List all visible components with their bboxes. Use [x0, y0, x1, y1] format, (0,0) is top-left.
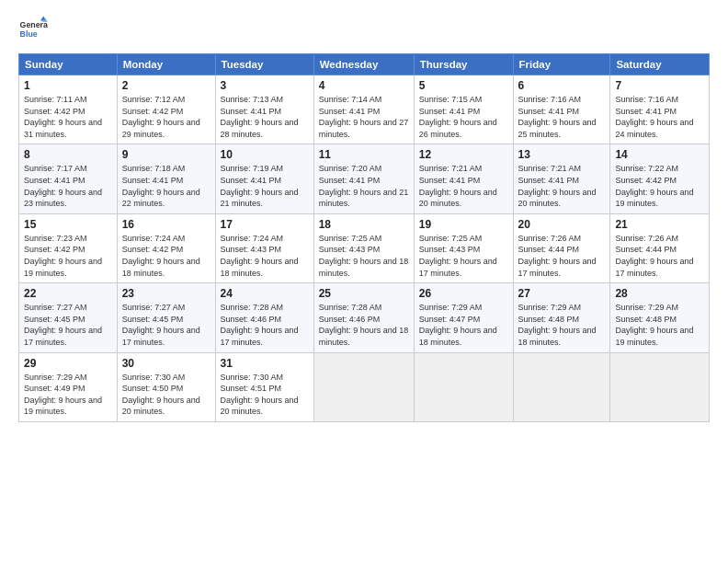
day-number: 20	[518, 218, 606, 231]
logo: General Blue	[18, 15, 48, 44]
day-number: 10	[221, 148, 309, 161]
calendar-cell: 27Sunrise: 7:29 AMSunset: 4:48 PMDayligh…	[513, 283, 610, 352]
day-number: 31	[221, 357, 309, 370]
day-number: 13	[518, 148, 606, 161]
header: General Blue	[18, 15, 710, 44]
day-number: 4	[319, 79, 409, 92]
day-number: 24	[221, 287, 309, 300]
day-info: Sunrise: 7:25 AMSunset: 4:43 PMDaylight:…	[419, 234, 497, 278]
calendar-cell: 21Sunrise: 7:26 AMSunset: 4:44 PMDayligh…	[610, 213, 710, 282]
calendar-cell: 29Sunrise: 7:29 AMSunset: 4:49 PMDayligh…	[19, 352, 118, 421]
calendar-cell: 1Sunrise: 7:11 AMSunset: 4:42 PMDaylight…	[19, 75, 118, 144]
day-info: Sunrise: 7:16 AMSunset: 4:41 PMDaylight:…	[518, 95, 597, 139]
day-number: 3	[221, 79, 309, 92]
day-info: Sunrise: 7:12 AMSunset: 4:42 PMDaylight:…	[122, 95, 200, 139]
day-number: 7	[615, 79, 704, 92]
day-info: Sunrise: 7:22 AMSunset: 4:42 PMDaylight:…	[615, 164, 693, 208]
calendar-week-1: 1Sunrise: 7:11 AMSunset: 4:42 PMDaylight…	[19, 75, 710, 144]
day-header-sunday: Sunday	[19, 54, 118, 75]
calendar-cell: 2Sunrise: 7:12 AMSunset: 4:42 PMDaylight…	[117, 75, 215, 144]
calendar-cell: 30Sunrise: 7:30 AMSunset: 4:50 PMDayligh…	[117, 352, 215, 421]
day-number: 2	[122, 79, 210, 92]
day-number: 17	[221, 218, 309, 231]
day-info: Sunrise: 7:14 AMSunset: 4:41 PMDaylight:…	[319, 95, 409, 139]
day-info: Sunrise: 7:27 AMSunset: 4:45 PMDaylight:…	[24, 303, 102, 347]
calendar-cell: 7Sunrise: 7:16 AMSunset: 4:41 PMDaylight…	[610, 75, 710, 144]
calendar-cell: 17Sunrise: 7:24 AMSunset: 4:43 PMDayligh…	[215, 213, 313, 282]
day-number: 29	[24, 357, 112, 370]
day-info: Sunrise: 7:18 AMSunset: 4:41 PMDaylight:…	[122, 164, 200, 208]
day-number: 6	[518, 79, 606, 92]
day-info: Sunrise: 7:23 AMSunset: 4:42 PMDaylight:…	[24, 234, 102, 278]
day-info: Sunrise: 7:11 AMSunset: 4:42 PMDaylight:…	[24, 95, 102, 139]
day-info: Sunrise: 7:29 AMSunset: 4:47 PMDaylight:…	[419, 303, 497, 347]
calendar-cell: 25Sunrise: 7:28 AMSunset: 4:46 PMDayligh…	[313, 283, 414, 352]
calendar-cell: 8Sunrise: 7:17 AMSunset: 4:41 PMDaylight…	[19, 144, 118, 213]
calendar: SundayMondayTuesdayWednesdayThursdayFrid…	[18, 53, 710, 422]
calendar-cell: 24Sunrise: 7:28 AMSunset: 4:46 PMDayligh…	[215, 283, 313, 352]
day-header-saturday: Saturday	[610, 54, 710, 75]
day-info: Sunrise: 7:24 AMSunset: 4:42 PMDaylight:…	[122, 234, 200, 278]
calendar-cell: 10Sunrise: 7:19 AMSunset: 4:41 PMDayligh…	[215, 144, 313, 213]
day-info: Sunrise: 7:28 AMSunset: 4:46 PMDaylight:…	[319, 303, 409, 347]
day-header-friday: Friday	[513, 54, 610, 75]
calendar-cell: 3Sunrise: 7:13 AMSunset: 4:41 PMDaylight…	[215, 75, 313, 144]
calendar-cell: 12Sunrise: 7:21 AMSunset: 4:41 PMDayligh…	[414, 144, 513, 213]
day-info: Sunrise: 7:29 AMSunset: 4:48 PMDaylight:…	[518, 303, 597, 347]
day-info: Sunrise: 7:27 AMSunset: 4:45 PMDaylight:…	[122, 303, 200, 347]
day-info: Sunrise: 7:30 AMSunset: 4:51 PMDaylight:…	[221, 373, 299, 417]
calendar-week-4: 22Sunrise: 7:27 AMSunset: 4:45 PMDayligh…	[19, 283, 710, 352]
calendar-cell: 22Sunrise: 7:27 AMSunset: 4:45 PMDayligh…	[19, 283, 118, 352]
day-number: 16	[122, 218, 210, 231]
day-number: 12	[419, 148, 508, 161]
calendar-cell: 18Sunrise: 7:25 AMSunset: 4:43 PMDayligh…	[313, 213, 414, 282]
day-info: Sunrise: 7:17 AMSunset: 4:41 PMDaylight:…	[24, 164, 102, 208]
day-info: Sunrise: 7:19 AMSunset: 4:41 PMDaylight:…	[221, 164, 299, 208]
day-info: Sunrise: 7:25 AMSunset: 4:43 PMDaylight:…	[319, 234, 409, 278]
day-number: 30	[122, 357, 210, 370]
calendar-cell: 19Sunrise: 7:25 AMSunset: 4:43 PMDayligh…	[414, 213, 513, 282]
day-number: 27	[518, 287, 606, 300]
day-info: Sunrise: 7:30 AMSunset: 4:50 PMDaylight:…	[122, 373, 200, 417]
day-info: Sunrise: 7:13 AMSunset: 4:41 PMDaylight:…	[221, 95, 299, 139]
calendar-cell: 15Sunrise: 7:23 AMSunset: 4:42 PMDayligh…	[19, 213, 118, 282]
day-number: 19	[419, 218, 508, 231]
calendar-cell: 5Sunrise: 7:15 AMSunset: 4:41 PMDaylight…	[414, 75, 513, 144]
day-info: Sunrise: 7:28 AMSunset: 4:46 PMDaylight:…	[221, 303, 299, 347]
day-number: 15	[24, 218, 112, 231]
day-info: Sunrise: 7:20 AMSunset: 4:41 PMDaylight:…	[319, 164, 409, 208]
day-number: 11	[319, 148, 409, 161]
day-number: 9	[122, 148, 210, 161]
calendar-cell: 20Sunrise: 7:26 AMSunset: 4:44 PMDayligh…	[513, 213, 610, 282]
day-header-monday: Monday	[117, 54, 215, 75]
page: General Blue SundayMondayTuesdayWednesda…	[0, 0, 728, 563]
calendar-week-3: 15Sunrise: 7:23 AMSunset: 4:42 PMDayligh…	[19, 213, 710, 282]
day-number: 22	[24, 287, 112, 300]
day-number: 14	[615, 148, 704, 161]
calendar-cell	[610, 352, 710, 421]
day-info: Sunrise: 7:21 AMSunset: 4:41 PMDaylight:…	[518, 164, 597, 208]
day-number: 25	[319, 287, 409, 300]
calendar-cell: 31Sunrise: 7:30 AMSunset: 4:51 PMDayligh…	[215, 352, 313, 421]
day-info: Sunrise: 7:24 AMSunset: 4:43 PMDaylight:…	[221, 234, 299, 278]
day-info: Sunrise: 7:26 AMSunset: 4:44 PMDaylight:…	[518, 234, 597, 278]
day-number: 21	[615, 218, 704, 231]
day-header-wednesday: Wednesday	[313, 54, 414, 75]
calendar-cell: 13Sunrise: 7:21 AMSunset: 4:41 PMDayligh…	[513, 144, 610, 213]
calendar-cell	[414, 352, 513, 421]
day-info: Sunrise: 7:21 AMSunset: 4:41 PMDaylight:…	[419, 164, 497, 208]
day-header-tuesday: Tuesday	[215, 54, 313, 75]
calendar-cell: 9Sunrise: 7:18 AMSunset: 4:41 PMDaylight…	[117, 144, 215, 213]
day-info: Sunrise: 7:15 AMSunset: 4:41 PMDaylight:…	[419, 95, 497, 139]
day-number: 1	[24, 79, 112, 92]
calendar-cell: 23Sunrise: 7:27 AMSunset: 4:45 PMDayligh…	[117, 283, 215, 352]
day-header-thursday: Thursday	[414, 54, 513, 75]
calendar-cell	[313, 352, 414, 421]
calendar-week-5: 29Sunrise: 7:29 AMSunset: 4:49 PMDayligh…	[19, 352, 710, 421]
calendar-header-row: SundayMondayTuesdayWednesdayThursdayFrid…	[19, 54, 710, 75]
day-number: 26	[419, 287, 508, 300]
calendar-cell: 28Sunrise: 7:29 AMSunset: 4:48 PMDayligh…	[610, 283, 710, 352]
calendar-cell: 16Sunrise: 7:24 AMSunset: 4:42 PMDayligh…	[117, 213, 215, 282]
day-info: Sunrise: 7:16 AMSunset: 4:41 PMDaylight:…	[615, 95, 693, 139]
svg-text:Blue: Blue	[20, 29, 38, 39]
